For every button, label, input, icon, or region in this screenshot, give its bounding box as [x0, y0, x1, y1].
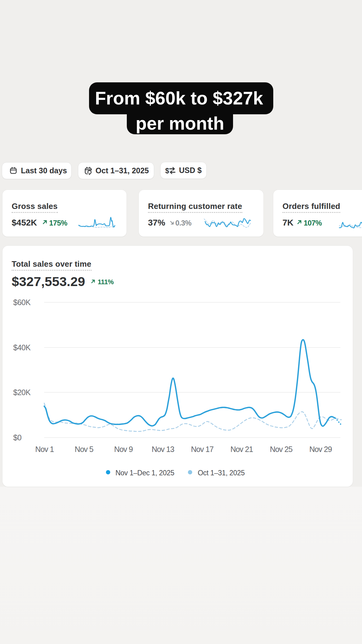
svg-text:Nov 17: Nov 17 — [191, 445, 213, 454]
svg-text:Nov 21: Nov 21 — [230, 445, 253, 454]
svg-text:Nov 1: Nov 1 — [35, 445, 54, 454]
svg-text:$: $ — [165, 167, 169, 175]
svg-text:Nov 9: Nov 9 — [114, 445, 133, 454]
svg-text:$20K: $20K — [13, 388, 31, 397]
svg-text:$40K: $40K — [13, 343, 31, 352]
svg-text:$0: $0 — [13, 433, 21, 442]
svg-text:Nov 29: Nov 29 — [309, 445, 332, 454]
svg-text:$60K: $60K — [13, 298, 31, 307]
svg-text:Nov 25: Nov 25 — [270, 445, 292, 454]
svg-text:Nov 5: Nov 5 — [75, 445, 93, 454]
svg-text:Nov 13: Nov 13 — [152, 445, 174, 454]
